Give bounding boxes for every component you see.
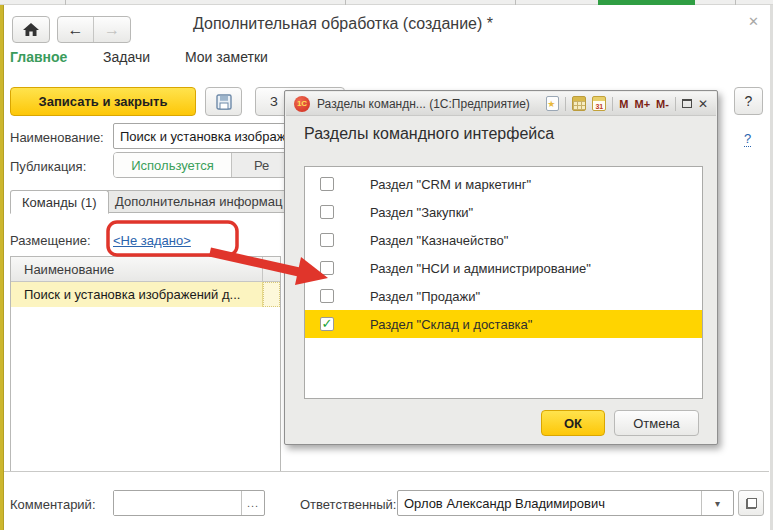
list-item-sklad[interactable]: ✓ Раздел "Склад и доставка": [305, 310, 702, 338]
table-cell-extra: [263, 282, 280, 307]
home-button[interactable]: [12, 16, 50, 43]
comment-label: Комментарий:: [10, 497, 96, 512]
publication-label: Публикация:: [10, 159, 86, 174]
responsible-value: Орлов Александр Владимирович: [398, 496, 701, 511]
back-icon: ←: [68, 21, 84, 39]
comment-field: ...: [113, 490, 265, 516]
maximize-icon[interactable]: [682, 99, 692, 108]
memory-m-button[interactable]: M: [619, 98, 628, 110]
menu-item-moi-zametki[interactable]: Мои заметки: [185, 49, 268, 65]
cancel-button[interactable]: Отмена: [614, 410, 699, 436]
chevron-down-icon: ▾: [715, 498, 720, 509]
responsible-field[interactable]: Орлов Александр Владимирович ▾: [397, 490, 734, 516]
save-and-close-button[interactable]: Записать и закрыть: [10, 87, 196, 116]
responsible-open-button[interactable]: [738, 490, 764, 516]
table-header-extra: [263, 257, 280, 281]
page-title: Дополнительная обработка (создание) *: [193, 15, 493, 33]
table-row[interactable]: Поиск и установка изображений д...: [11, 282, 280, 307]
checkbox[interactable]: ✓: [320, 233, 334, 247]
save-button[interactable]: [205, 87, 242, 116]
browser-tab-strip: [0, 0, 773, 5]
dialog-titlebar[interactable]: 1С Разделы командн... (1С:Предприятие) ★…: [286, 92, 716, 116]
name-label: Наименование:: [10, 130, 104, 145]
list-item-nsi[interactable]: ✓ Раздел "НСИ и администрирование": [305, 254, 702, 282]
table-header-row: Наименование: [11, 257, 280, 282]
tab-additional-info[interactable]: Дополнительная информац: [103, 190, 299, 213]
comment-more-button[interactable]: ...: [241, 491, 264, 515]
list-item-prodazhi[interactable]: ✓ Раздел "Продажи": [305, 282, 702, 310]
forward-icon: →: [104, 21, 120, 39]
commands-table: Наименование Поиск и установка изображен…: [10, 256, 281, 472]
checkbox[interactable]: ✓: [320, 205, 334, 219]
dialog-title: Разделы командн... (1С:Предприятие): [317, 97, 530, 111]
open-list-icon: [746, 498, 757, 509]
ok-button[interactable]: ОК: [541, 410, 605, 436]
save-icon: [216, 94, 232, 110]
list-item-crm[interactable]: ✓ Раздел "CRM и маркетинг": [305, 170, 702, 198]
comment-input[interactable]: [114, 491, 241, 515]
app-window: ← → Дополнительная обработка (создание) …: [0, 0, 773, 530]
form-close-button[interactable]: ✕: [748, 14, 759, 29]
checkmark-icon: ✓: [322, 317, 333, 330]
help-link[interactable]: ?: [744, 131, 751, 147]
list-item-zakupki[interactable]: ✓ Раздел "Закупки": [305, 198, 702, 226]
favorites-icon[interactable]: ★: [546, 96, 559, 111]
publication-option-used[interactable]: Используется: [114, 153, 232, 177]
calculator-icon[interactable]: [572, 96, 586, 111]
menu-item-zadachi[interactable]: Задачи: [103, 49, 150, 65]
menu-item-glavnoe[interactable]: Главное: [10, 49, 67, 65]
help-button[interactable]: ?: [734, 87, 763, 115]
active-tab-indicator: [598, 0, 695, 5]
placement-link[interactable]: <Не задано>: [113, 233, 191, 248]
sections-dialog: 1С Разделы командн... (1С:Предприятие) ★…: [284, 90, 718, 445]
sections-list: ✓ Раздел "CRM и маркетинг" ✓ Раздел "Зак…: [304, 166, 703, 399]
table-header-name[interactable]: Наименование: [11, 257, 263, 281]
memory-m-minus-button[interactable]: M-: [656, 98, 669, 110]
checkbox[interactable]: ✓: [320, 261, 334, 275]
checkbox[interactable]: ✓: [320, 177, 334, 191]
window-left-edge: [0, 5, 4, 530]
dialog-heading: Разделы командного интерфейса: [304, 125, 554, 143]
responsible-label: Ответственный:: [300, 497, 396, 512]
placement-label: Размещение:: [10, 233, 91, 248]
memory-m-plus-button[interactable]: M+: [635, 98, 651, 110]
history-nav: ← →: [57, 16, 131, 43]
back-button[interactable]: ←: [58, 17, 94, 42]
responsible-dropdown-button[interactable]: ▾: [701, 491, 733, 515]
list-item-kaznacheystvo[interactable]: ✓ Раздел "Казначейство": [305, 226, 702, 254]
table-cell-name[interactable]: Поиск и установка изображений д...: [11, 282, 263, 307]
1c-logo-icon: 1С: [294, 96, 310, 112]
forward-button[interactable]: →: [94, 17, 130, 42]
tab-commands[interactable]: Команды (1): [10, 190, 109, 214]
checkbox[interactable]: ✓: [320, 317, 334, 331]
footer-separator: [4, 471, 769, 472]
checkbox[interactable]: ✓: [320, 289, 334, 303]
home-icon: [23, 23, 39, 37]
calendar-icon[interactable]: 31: [592, 96, 606, 111]
dialog-close-icon[interactable]: ✕: [698, 97, 708, 111]
